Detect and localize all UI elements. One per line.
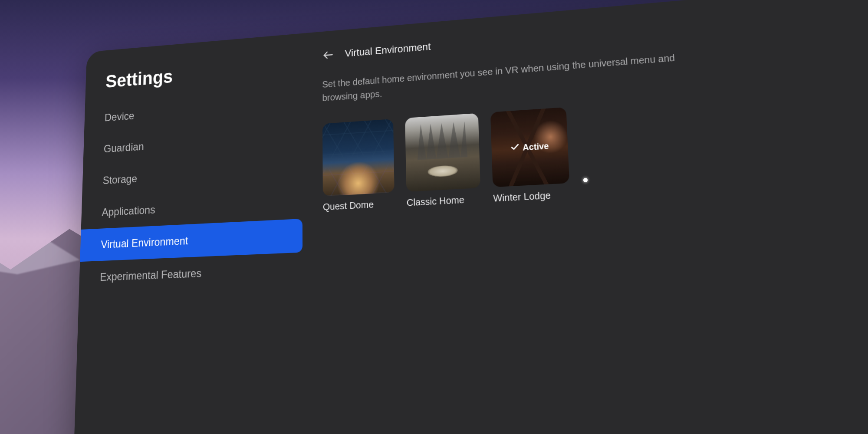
environment-label: Classic Home bbox=[407, 194, 481, 208]
environment-label: Quest Dome bbox=[323, 198, 395, 212]
check-icon bbox=[510, 142, 520, 154]
environment-card-winter-lodge[interactable]: Active Winter Lodge bbox=[490, 107, 570, 204]
settings-panel: Settings Device Guardian Storage Applica… bbox=[74, 0, 868, 434]
back-arrow-icon[interactable] bbox=[322, 48, 334, 62]
sidebar: Settings Device Guardian Storage Applica… bbox=[74, 33, 306, 434]
environment-grid: Quest Dome Classic Home Active bbox=[322, 86, 868, 213]
environment-card-quest-dome[interactable]: Quest Dome bbox=[322, 119, 395, 213]
content-title: Virtual Environment bbox=[345, 41, 431, 59]
environment-thumb bbox=[405, 113, 480, 192]
environment-thumb: Active bbox=[490, 107, 569, 187]
content-pane: Virtual Environment Set the default home… bbox=[305, 0, 868, 434]
svg-line-0 bbox=[324, 55, 332, 56]
vr-cursor-icon bbox=[583, 178, 588, 182]
content-header: Virtual Environment bbox=[322, 3, 868, 62]
active-overlay: Active bbox=[490, 107, 569, 187]
environment-label: Winter Lodge bbox=[493, 189, 570, 204]
environment-card-classic-home[interactable]: Classic Home bbox=[405, 113, 481, 208]
environment-thumb bbox=[322, 119, 395, 196]
active-label: Active bbox=[523, 141, 549, 153]
